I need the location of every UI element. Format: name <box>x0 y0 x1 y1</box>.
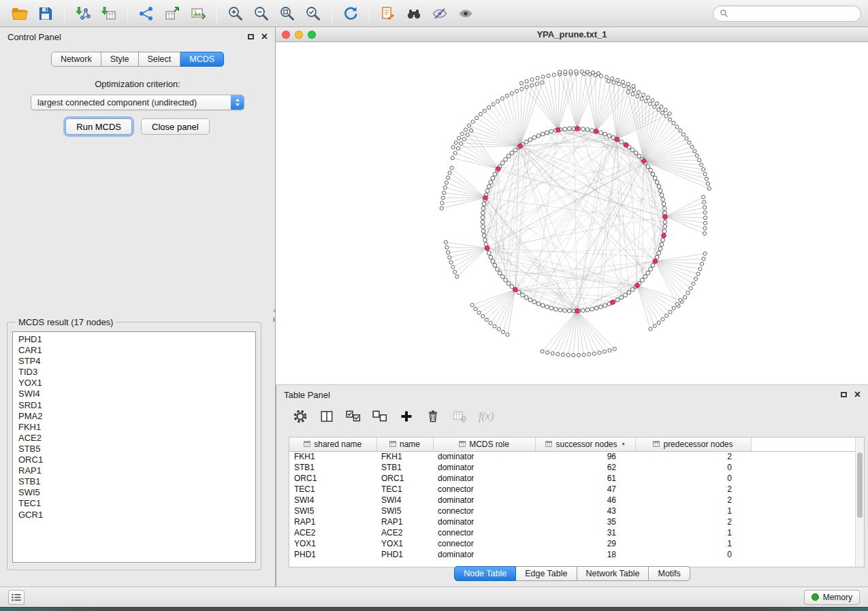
leaf-node[interactable] <box>701 195 705 199</box>
network-node[interactable] <box>567 127 571 131</box>
show-all-button[interactable] <box>453 3 479 24</box>
leaf-node[interactable] <box>592 352 596 355</box>
leaf-node[interactable] <box>466 133 469 136</box>
leaf-node[interactable] <box>702 257 705 261</box>
network-node[interactable] <box>599 305 603 309</box>
run-mcds-button[interactable]: Run MCDS <box>65 118 132 135</box>
mcds-result-item[interactable]: SWI4 <box>18 389 250 399</box>
network-node[interactable] <box>581 308 585 312</box>
leaf-node[interactable] <box>541 350 544 353</box>
leaf-node[interactable] <box>707 187 711 191</box>
column-header[interactable]: successor nodes▾ <box>535 437 635 451</box>
network-node[interactable] <box>554 307 558 311</box>
network-node[interactable] <box>498 271 502 275</box>
network-node[interactable] <box>513 148 517 152</box>
leaf-node[interactable] <box>551 352 554 355</box>
float-table-panel-icon[interactable] <box>841 392 847 397</box>
leaf-node[interactable] <box>446 176 449 180</box>
network-node[interactable] <box>491 176 495 180</box>
leaf-node[interactable] <box>564 70 567 73</box>
network-node[interactable] <box>536 302 541 306</box>
network-node[interactable] <box>507 282 511 286</box>
leaf-node[interactable] <box>610 77 613 80</box>
leaf-node[interactable] <box>631 93 634 96</box>
leaf-node[interactable] <box>453 270 457 274</box>
mcds-hub-node[interactable] <box>635 283 640 288</box>
network-node[interactable] <box>545 305 549 309</box>
leaf-node[interactable] <box>694 277 697 280</box>
table-row[interactable]: PHD1PHD1dominator180 <box>289 549 856 560</box>
leaf-node[interactable] <box>444 241 447 244</box>
network-node[interactable] <box>658 188 662 193</box>
network-node[interactable] <box>590 307 594 311</box>
table-row[interactable]: SWI5SWI5connector431 <box>289 506 856 516</box>
function-builder-button[interactable]: f(x) <box>476 410 496 423</box>
leaf-node[interactable] <box>602 350 606 353</box>
leaf-node[interactable] <box>477 311 481 314</box>
mcds-result-item[interactable]: PHD1 <box>18 334 250 345</box>
network-node[interactable] <box>500 275 504 279</box>
leaf-node[interactable] <box>660 105 663 108</box>
leaf-node[interactable] <box>448 256 451 259</box>
leaf-node[interactable] <box>632 88 635 92</box>
leaf-node[interactable] <box>615 78 619 82</box>
leaf-node[interactable] <box>626 90 630 94</box>
leaf-node[interactable] <box>660 111 664 114</box>
mcds-result-item[interactable]: TEC1 <box>18 498 250 509</box>
leaf-node[interactable] <box>479 112 482 116</box>
network-node[interactable] <box>481 229 485 233</box>
leaf-node[interactable] <box>695 154 698 157</box>
leaf-node[interactable] <box>451 146 455 149</box>
network-node[interactable] <box>481 211 485 215</box>
table-row[interactable]: YOX1YOX1connector291 <box>289 538 856 549</box>
leaf-node[interactable] <box>613 347 616 350</box>
network-node[interactable] <box>653 176 657 180</box>
network-node[interactable] <box>662 229 666 233</box>
mcds-hub-node[interactable] <box>641 159 646 164</box>
network-node[interactable] <box>662 206 666 210</box>
table-row[interactable]: FKH1FKH1dominator962 <box>289 451 856 462</box>
leaf-node[interactable] <box>664 114 668 118</box>
mcds-result-item[interactable]: SRD1 <box>18 400 250 411</box>
mcds-result-item[interactable]: ACE2 <box>18 433 250 444</box>
mcds-result-item[interactable]: PMA2 <box>18 411 250 422</box>
leaf-node[interactable] <box>669 310 672 314</box>
mcds-hub-node[interactable] <box>575 309 579 314</box>
leaf-node[interactable] <box>500 97 504 100</box>
network-node[interactable] <box>545 131 549 135</box>
leaf-node[interactable] <box>690 145 694 148</box>
leaf-node[interactable] <box>688 141 691 144</box>
tab-motifs[interactable]: Motifs <box>649 566 690 581</box>
leaf-node[interactable] <box>464 128 467 131</box>
leaf-node[interactable] <box>696 272 700 276</box>
leaf-node[interactable] <box>701 262 704 265</box>
leaf-node[interactable] <box>582 72 585 76</box>
network-node[interactable] <box>649 267 653 271</box>
network-node[interactable] <box>528 298 532 302</box>
leaf-node[interactable] <box>460 132 464 135</box>
mcds-hub-node[interactable] <box>496 167 501 171</box>
network-node[interactable] <box>482 233 486 237</box>
mcds-result-item[interactable]: STB1 <box>18 476 250 487</box>
leaf-node[interactable] <box>703 211 707 214</box>
leaf-node[interactable] <box>703 232 706 235</box>
leaf-node[interactable] <box>675 302 679 306</box>
leaf-node[interactable] <box>661 318 664 321</box>
mcds-result-item[interactable]: FKH1 <box>18 422 250 433</box>
zoom-selected-button[interactable] <box>300 3 326 24</box>
mcds-result-item[interactable]: SWI5 <box>18 487 250 498</box>
column-header[interactable]: shared name <box>289 437 376 451</box>
leaf-node[interactable] <box>681 133 685 136</box>
window-maximize-icon[interactable] <box>308 31 316 39</box>
export-table-button[interactable] <box>159 3 185 24</box>
leaf-node[interactable] <box>469 129 472 132</box>
table-row[interactable]: SWI4SWI4dominator462 <box>289 495 856 506</box>
network-node[interactable] <box>532 135 536 139</box>
network-node[interactable] <box>482 202 486 206</box>
leaf-node[interactable] <box>441 196 445 199</box>
leaf-node[interactable] <box>608 348 611 352</box>
network-node[interactable] <box>620 295 624 299</box>
network-node[interactable] <box>663 225 667 229</box>
leaf-node[interactable] <box>701 167 705 171</box>
leaf-node[interactable] <box>679 129 682 132</box>
